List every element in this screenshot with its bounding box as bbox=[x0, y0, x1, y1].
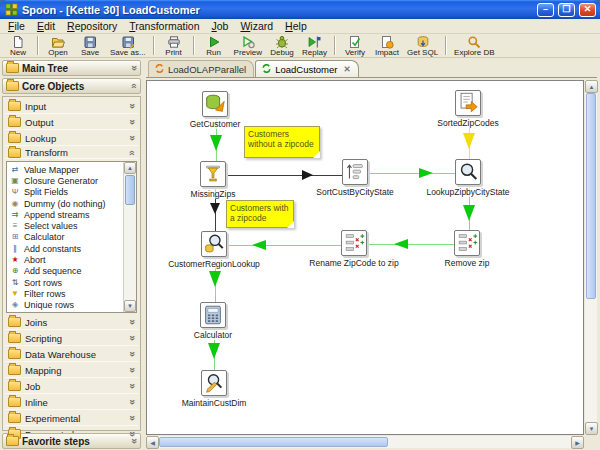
cube-file-icon bbox=[455, 90, 481, 116]
canvas-vertical-scrollbar[interactable]: ▲ ▼ bbox=[585, 80, 597, 435]
sidebar: Main Tree » Core Objects » Input»Output»… bbox=[0, 58, 142, 450]
step-sortedzipcodes[interactable]: SortedZipCodes bbox=[455, 90, 481, 116]
steplist-item-label: Abort bbox=[24, 255, 46, 265]
section-core-objects[interactable]: Core Objects » bbox=[2, 78, 141, 94]
toolbar-get-sql-button[interactable]: Get SQL bbox=[403, 34, 442, 57]
step-rename-zipcode-to-zip[interactable]: Rename ZipCode to zip bbox=[341, 230, 367, 256]
tab-loadolapparallel[interactable]: LoadOLAPParallel bbox=[148, 60, 254, 77]
toolbar-save-button[interactable]: Save bbox=[74, 34, 106, 57]
titlebar: Spoon - [Kettle 30] LoadCustomer – ❐ ✕ bbox=[0, 0, 600, 19]
closure-generator-icon: ▣ bbox=[10, 177, 20, 185]
steplist-item-select-values[interactable]: ≡Select values bbox=[10, 220, 123, 231]
toolbar-run-button[interactable]: Run bbox=[198, 34, 230, 57]
step-label: Rename ZipCode to zip bbox=[309, 258, 398, 268]
steplist-item-dummy-do-nothing[interactable]: ◉Dummy (do nothing) bbox=[10, 198, 123, 209]
folder-input[interactable]: Input» bbox=[5, 99, 138, 114]
folder-label: Lookup bbox=[25, 133, 125, 144]
close-button[interactable]: ✕ bbox=[579, 3, 596, 17]
folder-experimental[interactable]: Experimental» bbox=[5, 411, 138, 426]
tab-loadcustomer[interactable]: LoadCustomer✕ bbox=[255, 60, 358, 77]
maximize-button[interactable]: ❐ bbox=[558, 3, 575, 17]
folder-data-warehouse[interactable]: Data Warehouse» bbox=[5, 347, 138, 362]
step-remove-zip[interactable]: Remove zip bbox=[454, 230, 480, 256]
step-lookupzipbycitystate[interactable]: LookupZipbyCityState bbox=[455, 159, 481, 185]
step-sortcustbycitystate[interactable]: SortCustByCityState bbox=[342, 159, 368, 185]
scroll-down-icon[interactable]: ▼ bbox=[124, 300, 136, 312]
toolbar-open-button[interactable]: Open bbox=[42, 34, 74, 57]
steplist-item-label: Closure Generator bbox=[24, 176, 98, 186]
scroll-thumb[interactable] bbox=[586, 93, 596, 299]
scroll-left-icon[interactable]: ◀ bbox=[146, 436, 159, 449]
menu-wizard[interactable]: Wizard bbox=[234, 19, 279, 33]
toolbar-print-button[interactable]: Print bbox=[158, 34, 190, 57]
folder-scripting[interactable]: Scripting» bbox=[5, 331, 138, 346]
step-missingzips[interactable]: MissingZips bbox=[200, 161, 226, 187]
steplist-item-split-fields[interactable]: ΨSplit Fields bbox=[10, 187, 123, 198]
toolbar-separator bbox=[37, 36, 39, 55]
toolbar-label: Save bbox=[81, 48, 99, 57]
toolbar-new-button[interactable]: New bbox=[2, 34, 34, 57]
toolbar-save-as-button[interactable]: Save as... bbox=[106, 34, 150, 57]
folder-joins[interactable]: Joins» bbox=[5, 315, 138, 330]
steplist-item-unique-rows[interactable]: ◈Unique rows bbox=[10, 300, 123, 311]
scroll-right-icon[interactable]: ▶ bbox=[571, 436, 584, 449]
steplist-item-sort-rows[interactable]: ⇅Sort rows bbox=[10, 277, 123, 288]
toolbar-replay-button[interactable]: Replay bbox=[298, 34, 331, 57]
folder-mapping[interactable]: Mapping» bbox=[5, 363, 138, 378]
minimize-button[interactable]: – bbox=[537, 3, 554, 17]
folder-inline[interactable]: Inline» bbox=[5, 395, 138, 410]
section-favorite-steps[interactable]: Favorite steps » bbox=[2, 433, 141, 449]
menu-transformation[interactable]: Transformation bbox=[123, 19, 205, 33]
folder-lookup[interactable]: Lookup» bbox=[5, 131, 138, 146]
section-main-tree[interactable]: Main Tree » bbox=[2, 60, 141, 76]
toolbar-explore-db-button[interactable]: Explore DB bbox=[450, 34, 498, 57]
folder-output[interactable]: Output» bbox=[5, 115, 138, 130]
toolbar-verify-button[interactable]: Verify bbox=[339, 34, 371, 57]
close-tab-icon[interactable]: ✕ bbox=[341, 64, 350, 74]
step-maintaincustdim[interactable]: MaintainCustDim bbox=[201, 370, 227, 396]
canvas-note-1[interactable]: Customers without a zipcode bbox=[244, 126, 320, 158]
transformation-canvas[interactable]: Customers without a zipcodeCustomers wit… bbox=[146, 80, 584, 435]
table-input-icon bbox=[202, 91, 228, 117]
menu-job[interactable]: Job bbox=[205, 19, 234, 33]
step-getcustomer[interactable]: GetCustomer bbox=[202, 91, 228, 117]
dim-update-icon bbox=[201, 370, 227, 396]
toolbar-preview-button[interactable]: Preview bbox=[230, 34, 266, 57]
menu-repository[interactable]: Repository bbox=[61, 19, 123, 33]
open-icon bbox=[51, 35, 65, 48]
scroll-up-icon[interactable]: ▲ bbox=[585, 80, 598, 93]
hop-line-remove-zip-to-rename-zipcode-to-zip bbox=[369, 244, 454, 245]
steplist-item-closure-generator[interactable]: ▣Closure Generator bbox=[10, 175, 123, 186]
chevron-down-icon: » bbox=[129, 438, 139, 444]
step-calculator[interactable]: Calculator bbox=[200, 302, 226, 328]
menu-edit[interactable]: Edit bbox=[31, 19, 61, 33]
folder-job[interactable]: Job» bbox=[5, 379, 138, 394]
folder-transform[interactable]: Transform » bbox=[5, 147, 138, 159]
scroll-down-icon[interactable]: ▼ bbox=[585, 422, 598, 435]
steplist-item-value-mapper[interactable]: ⇄Value Mapper bbox=[10, 164, 123, 175]
chevron-down-icon: » bbox=[127, 335, 137, 341]
steplist-item-calculator[interactable]: ⊞Calculator bbox=[10, 232, 123, 243]
exploredb-icon bbox=[467, 35, 481, 48]
step-list-scrollbar[interactable]: ▲ ▼ bbox=[123, 162, 136, 312]
menu-file[interactable]: File bbox=[2, 19, 31, 33]
folder-label: Mapping bbox=[25, 365, 125, 376]
folder-icon bbox=[8, 101, 21, 111]
folder-label: Transform bbox=[25, 147, 125, 158]
scroll-thumb[interactable] bbox=[159, 437, 388, 447]
canvas-horizontal-scrollbar[interactable]: ◀ ▶ bbox=[146, 436, 584, 448]
steplist-item-label: Append streams bbox=[24, 210, 90, 220]
toolbar-debug-button[interactable]: Debug bbox=[266, 34, 298, 57]
scroll-thumb[interactable] bbox=[125, 175, 135, 205]
canvas-note-2[interactable]: Customers with a zipcode bbox=[226, 200, 294, 228]
steplist-item-filter-rows[interactable]: ▼Filter rows bbox=[10, 288, 123, 299]
menu-help[interactable]: Help bbox=[279, 19, 313, 33]
scroll-up-icon[interactable]: ▲ bbox=[124, 162, 136, 174]
step-label: Calculator bbox=[194, 330, 232, 340]
steplist-item-add-sequence[interactable]: ⊕Add sequence bbox=[10, 266, 123, 277]
step-customerregionlookup[interactable]: CustomerRegionLookup bbox=[201, 231, 227, 257]
steplist-item-add-constants[interactable]: ∥Add constants bbox=[10, 243, 123, 254]
steplist-item-abort[interactable]: ★Abort bbox=[10, 254, 123, 265]
toolbar-impact-button[interactable]: Impact bbox=[371, 34, 403, 57]
steplist-item-append-streams[interactable]: ⇉Append streams bbox=[10, 209, 123, 220]
